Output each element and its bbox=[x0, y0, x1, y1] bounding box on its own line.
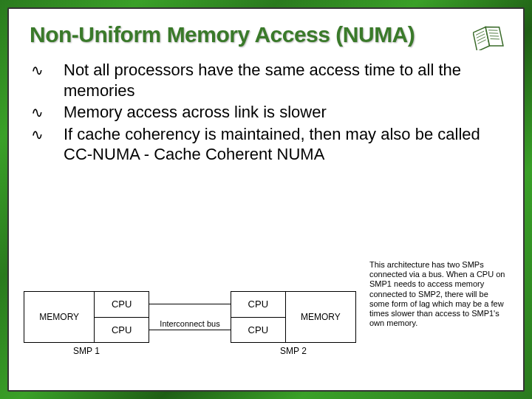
smp2-row: CPU CPU MEMORY bbox=[231, 291, 356, 343]
slide-body: Non-Uniform Memory Access (NUMA) ∿Not al… bbox=[7, 7, 525, 392]
bullet-item: ∿Not all processors have the same access… bbox=[47, 60, 502, 100]
bullet-glyph-icon: ∿ bbox=[47, 61, 64, 80]
smp1-cpu-column: CPU CPU bbox=[95, 292, 149, 342]
smp2-memory: MEMORY bbox=[285, 292, 355, 342]
bus-line-bottom bbox=[149, 330, 231, 330]
side-note: This architecture has two SMPs connected… bbox=[369, 260, 510, 328]
bus-label: Interconnect bus bbox=[149, 319, 231, 328]
bullet-text: Not all processors have the same access … bbox=[64, 61, 461, 100]
bullet-text: Memory access across link is slower bbox=[64, 103, 327, 121]
smp2-block: CPU CPU MEMORY SMP 2 bbox=[231, 291, 356, 356]
smp1-cpu-bottom: CPU bbox=[95, 317, 149, 343]
smp1-memory: MEMORY bbox=[24, 292, 95, 342]
book-icon bbox=[473, 24, 504, 50]
smp1-block: MEMORY CPU CPU SMP 1 bbox=[24, 291, 149, 356]
bullet-item: ∿If cache coherency is maintained, then … bbox=[47, 124, 502, 165]
smp2-cpu-top: CPU bbox=[231, 292, 285, 317]
smp2-cpu-bottom: CPU bbox=[231, 317, 285, 343]
bullet-glyph-icon: ∿ bbox=[47, 103, 64, 122]
smp1-cpu-top: CPU bbox=[95, 292, 149, 317]
slide-title: Non-Uniform Memory Access (NUMA) bbox=[30, 22, 502, 47]
numa-diagram: MEMORY CPU CPU SMP 1 Interconnect bus CP… bbox=[24, 291, 356, 380]
smp2-label: SMP 2 bbox=[231, 346, 356, 356]
slide-background: Non-Uniform Memory Access (NUMA) ∿Not al… bbox=[0, 0, 532, 399]
smp2-cpu-column: CPU CPU bbox=[231, 292, 285, 342]
smp1-label: SMP 1 bbox=[24, 346, 149, 356]
bullet-glyph-icon: ∿ bbox=[47, 126, 64, 144]
bus-line-top bbox=[149, 304, 231, 304]
bullet-text: If cache coherency is maintained, then m… bbox=[64, 125, 480, 164]
bullet-list: ∿Not all processors have the same access… bbox=[30, 60, 502, 165]
bullet-item: ∿Memory access across link is slower bbox=[47, 102, 502, 123]
smp1-row: MEMORY CPU CPU bbox=[24, 291, 149, 343]
